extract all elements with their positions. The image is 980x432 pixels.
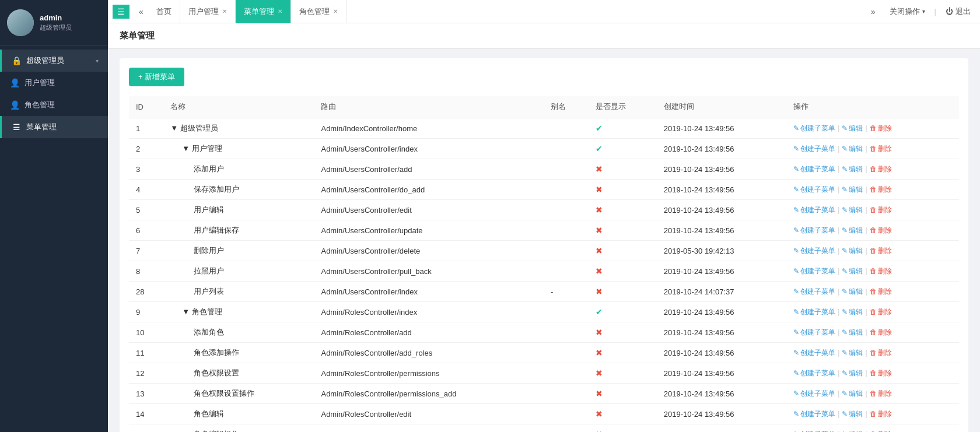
cross-icon: ✖ xyxy=(596,348,603,357)
cell-alias xyxy=(544,424,589,433)
close-operations-button[interactable]: 关闭操作 ▾ xyxy=(885,4,930,19)
edit-icon: ✎ xyxy=(842,185,848,194)
action-links: ✎ 创建子菜单 | ✎ 编辑 | 🗑 删除 xyxy=(793,246,952,256)
create-submenu-link[interactable]: ✎ 创建子菜单 xyxy=(793,328,835,338)
delete-link[interactable]: 🗑 删除 xyxy=(870,409,892,419)
cell-id: 5 xyxy=(129,200,163,220)
tab-user-mgmt[interactable]: 用户管理 ✕ xyxy=(180,0,236,23)
delete-link[interactable]: 🗑 删除 xyxy=(870,246,892,256)
edit-link[interactable]: ✎ 编辑 xyxy=(842,287,863,297)
create-submenu-link[interactable]: ✎ 创建子菜单 xyxy=(793,144,835,154)
edit-link[interactable]: ✎ 编辑 xyxy=(842,409,863,419)
cell-show: ✖ xyxy=(589,404,657,424)
sidebar-item-role-mgmt[interactable]: 👤 角色管理 xyxy=(0,94,108,116)
create-submenu-link[interactable]: ✎ 创建子菜单 xyxy=(793,307,835,317)
tab-menu-mgmt-close[interactable]: ✕ xyxy=(278,8,282,15)
action-links: ✎ 创建子菜单 | ✎ 编辑 | 🗑 删除 xyxy=(793,226,952,236)
add-menu-button[interactable]: + 新增菜单 xyxy=(129,68,184,86)
create-submenu-link[interactable]: ✎ 创建子菜单 xyxy=(793,164,835,174)
create-icon: ✎ xyxy=(793,226,799,234)
tab-role-mgmt[interactable]: 角色管理 ✕ xyxy=(291,0,346,23)
edit-link[interactable]: ✎ 编辑 xyxy=(842,124,863,134)
nav-prev-button[interactable]: « xyxy=(134,5,148,19)
edit-link[interactable]: ✎ 编辑 xyxy=(842,430,863,433)
exit-button[interactable]: ⏻ 退出 xyxy=(941,4,975,19)
tab-menu-mgmt[interactable]: 菜单管理 ✕ xyxy=(236,0,291,23)
edit-link[interactable]: ✎ 编辑 xyxy=(842,205,863,215)
sidebar-item-user-mgmt[interactable]: 👤 用户管理 xyxy=(0,72,108,94)
edit-link[interactable]: ✎ 编辑 xyxy=(842,307,863,317)
edit-icon: ✎ xyxy=(842,226,848,234)
create-submenu-link[interactable]: ✎ 创建子菜单 xyxy=(793,287,835,297)
delete-link[interactable]: 🗑 删除 xyxy=(870,307,892,317)
delete-link[interactable]: 🗑 删除 xyxy=(870,226,892,236)
delete-link[interactable]: 🗑 删除 xyxy=(870,389,892,399)
tab-role-mgmt-close[interactable]: ✕ xyxy=(333,8,338,15)
edit-link[interactable]: ✎ 编辑 xyxy=(842,246,863,256)
edit-link[interactable]: ✎ 编辑 xyxy=(842,226,863,236)
cell-action: ✎ 创建子菜单 | ✎ 编辑 | 🗑 删除 xyxy=(786,200,959,220)
edit-link[interactable]: ✎ 编辑 xyxy=(842,266,863,276)
create-submenu-link[interactable]: ✎ 创建子菜单 xyxy=(793,368,835,378)
delete-link[interactable]: 🗑 删除 xyxy=(870,328,892,338)
edit-link[interactable]: ✎ 编辑 xyxy=(842,348,863,358)
edit-link[interactable]: ✎ 编辑 xyxy=(842,185,863,195)
sidebar-item-menu-mgmt[interactable]: ☰ 菜单管理 xyxy=(0,116,108,138)
action-links: ✎ 创建子菜单 | ✎ 编辑 | 🗑 删除 xyxy=(793,266,952,276)
avatar xyxy=(7,9,34,36)
hamburger-button[interactable]: ☰ xyxy=(113,5,130,19)
edit-link[interactable]: ✎ 编辑 xyxy=(842,389,863,399)
create-submenu-link[interactable]: ✎ 创建子菜单 xyxy=(793,185,835,195)
delete-link[interactable]: 🗑 删除 xyxy=(870,164,892,174)
delete-link[interactable]: 🗑 删除 xyxy=(870,430,892,433)
sidebar-user-role: 超级管理员 xyxy=(40,23,72,32)
create-submenu-link[interactable]: ✎ 创建子菜单 xyxy=(793,246,835,256)
cell-alias xyxy=(544,241,589,261)
create-submenu-link[interactable]: ✎ 创建子菜单 xyxy=(793,266,835,276)
delete-link[interactable]: 🗑 删除 xyxy=(870,287,892,297)
create-submenu-link[interactable]: ✎ 创建子菜单 xyxy=(793,409,835,419)
cell-id: 8 xyxy=(129,261,163,282)
edit-link[interactable]: ✎ 编辑 xyxy=(842,328,863,338)
main-content: ☰ « 首页 用户管理 ✕ 菜单管理 ✕ 角色管理 ✕ » 关闭操作 ▾ xyxy=(108,0,980,432)
delete-link[interactable]: 🗑 删除 xyxy=(870,144,892,154)
delete-icon: 🗑 xyxy=(870,206,877,214)
create-submenu-link[interactable]: ✎ 创建子菜单 xyxy=(793,205,835,215)
edit-link[interactable]: ✎ 编辑 xyxy=(842,164,863,174)
cell-alias xyxy=(544,159,589,180)
delete-link[interactable]: 🗑 删除 xyxy=(870,205,892,215)
cell-alias xyxy=(544,404,589,424)
cell-route: Admin/UsersController/do_add xyxy=(314,180,544,200)
tab-home[interactable]: 首页 xyxy=(148,0,180,23)
create-submenu-link[interactable]: ✎ 创建子菜单 xyxy=(793,348,835,358)
edit-link[interactable]: ✎ 编辑 xyxy=(842,368,863,378)
delete-icon: 🗑 xyxy=(870,308,877,316)
edit-link[interactable]: ✎ 编辑 xyxy=(842,144,863,154)
table-row: 15角色编辑操作Admin/RolesController/save✖2019-… xyxy=(129,424,959,433)
cell-time: 2019-10-24 13:49:56 xyxy=(657,180,787,200)
create-submenu-link[interactable]: ✎ 创建子菜单 xyxy=(793,430,835,433)
create-icon: ✎ xyxy=(793,287,799,296)
page-body: 菜单管理 + 新增菜单 ID 名称 路由 别名 是否显示 创建时间 操作 1▼ xyxy=(108,23,980,432)
cell-alias xyxy=(544,384,589,404)
delete-link[interactable]: 🗑 删除 xyxy=(870,266,892,276)
table-row: 28用户列表Admin/UsersController/index-✖2019-… xyxy=(129,282,959,302)
cell-name: 删除用户 xyxy=(163,241,314,261)
create-submenu-link[interactable]: ✎ 创建子菜单 xyxy=(793,226,835,236)
create-submenu-link[interactable]: ✎ 创建子菜单 xyxy=(793,124,835,134)
create-icon: ✎ xyxy=(793,165,799,173)
delete-link[interactable]: 🗑 删除 xyxy=(870,368,892,378)
create-icon: ✎ xyxy=(793,185,799,194)
tab-user-mgmt-close[interactable]: ✕ xyxy=(222,8,227,15)
nav-next-button[interactable]: » xyxy=(866,5,880,19)
delete-link[interactable]: 🗑 删除 xyxy=(870,348,892,358)
create-submenu-link[interactable]: ✎ 创建子菜单 xyxy=(793,389,835,399)
topbar-tabs: 首页 用户管理 ✕ 菜单管理 ✕ 角色管理 ✕ xyxy=(148,0,866,23)
delete-link[interactable]: 🗑 删除 xyxy=(870,185,892,195)
cell-time: 2019-10-24 13:49:56 xyxy=(657,302,787,322)
sidebar-item-super-admin[interactable]: 🔒 超级管理员 ▾ xyxy=(0,50,108,72)
delete-link[interactable]: 🗑 删除 xyxy=(870,124,892,134)
cell-show: ✔ xyxy=(589,118,657,139)
action-links: ✎ 创建子菜单 | ✎ 编辑 | 🗑 删除 xyxy=(793,124,952,134)
cell-time: 2019-10-24 14:07:37 xyxy=(657,282,787,302)
